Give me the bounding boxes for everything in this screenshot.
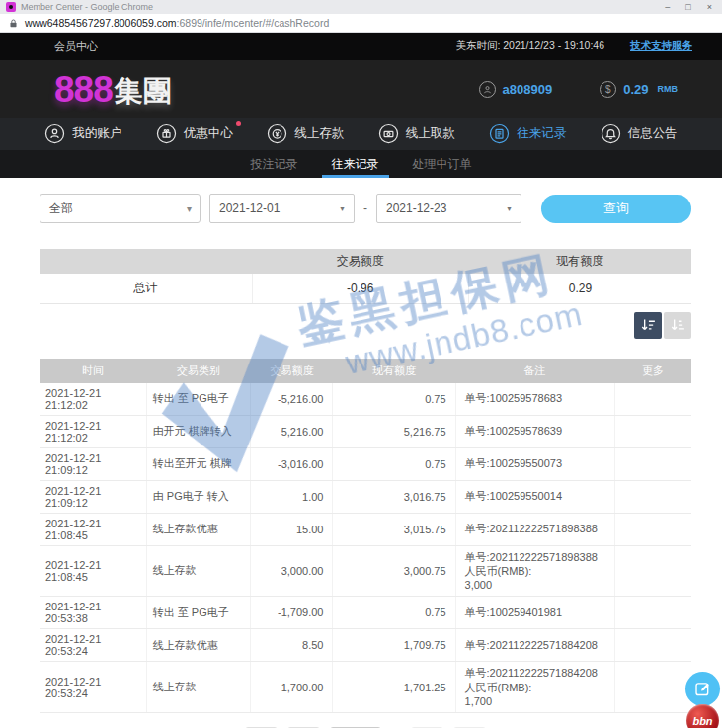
cell-type: 转出 至 PG电子 [146, 383, 251, 416]
nav-item-deposit[interactable]: 线上存款 [267, 123, 344, 144]
cell-balance: 0.75 [333, 597, 455, 629]
subnav-bet-records[interactable]: 投注记录 [251, 150, 298, 178]
page-title: 会员中心 [54, 40, 455, 54]
cell-time: 2021-12-21 20:53:38 [40, 597, 146, 629]
balance-currency: RMB [658, 84, 679, 94]
record-row: 2021-12-21 20:53:24线上存款优惠8.501,709.75单号:… [40, 629, 691, 662]
summary-table: 交易额度 现有额度 总计 -0.96 0.29 [40, 249, 691, 304]
record-row: 2021-12-21 21:12:02由开元 棋牌转入5,216.005,216… [40, 415, 691, 447]
member-topbar: 会员中心 美东时间: 2021/12/23 - 19:10:46 技术支持服务 [0, 33, 722, 60]
summary-header-empty [40, 249, 252, 274]
customer-service-button[interactable] [685, 672, 720, 706]
records-icon [489, 123, 510, 144]
cell-more [614, 513, 691, 545]
type-select[interactable]: 全部 ▾ [40, 194, 201, 223]
summary-header-transaction: 交易额度 [252, 249, 468, 274]
cell-amount: 1,700.00 [251, 662, 333, 713]
support-link[interactable]: 技术支持服务 [630, 40, 692, 53]
type-select-value: 全部 [49, 201, 73, 217]
main-nav: 我的账户 优惠中心 线上存款 线上取款 往来记录 信息公告 [0, 118, 722, 150]
nav-label: 往来记录 [517, 125, 566, 142]
date-to-value: 2021-12-23 [386, 202, 446, 215]
record-row: 2021-12-21 21:08:45线上存款3,000.003,000.75单… [40, 545, 691, 597]
cell-type: 线上存款优惠 [146, 629, 251, 662]
nav-item-my-account[interactable]: 我的账户 [44, 123, 121, 144]
balance-amount: 0.29 [623, 82, 648, 97]
cell-more [614, 447, 691, 480]
cell-amount: 8.50 [251, 629, 333, 662]
account-icon [44, 123, 65, 144]
notification-badge [236, 121, 241, 126]
subnav-pending-orders[interactable]: 处理中订单 [413, 150, 472, 178]
account-username[interactable]: a808909 [479, 81, 553, 98]
sort-ascending-button[interactable] [664, 312, 691, 339]
cell-more [614, 597, 691, 629]
header-more: 更多 [614, 359, 691, 383]
cell-type: 由开元 棋牌转入 [146, 415, 251, 447]
window-title: Member Center - Google Chrome [21, 2, 665, 12]
subnav-cash-records[interactable]: 往来记录 [332, 150, 379, 178]
cell-remark: 单号:100259578683 [455, 383, 614, 416]
cell-time: 2021-12-21 21:09:12 [40, 447, 146, 480]
cell-balance: 0.75 [333, 447, 455, 480]
cell-balance: 0.75 [333, 383, 455, 416]
cell-time: 2021-12-21 21:12:02 [40, 415, 146, 447]
site-favicon [6, 2, 16, 12]
cell-remark: 单号:100259578639 [455, 415, 614, 447]
cell-time: 2021-12-21 20:53:24 [40, 629, 146, 662]
minimize-icon[interactable]: – [665, 0, 670, 14]
close-icon[interactable]: × [707, 0, 712, 14]
deposit-icon [267, 123, 287, 144]
cell-type: 由 PG电子 转入 [146, 480, 251, 513]
filter-bar: 全部 ▾ 2021-12-01 ▼ - 2021-12-23 ▼ 查询 [40, 194, 691, 223]
record-row: 2021-12-21 21:08:45线上存款优惠15.003,015.75单号… [40, 513, 691, 545]
nav-label: 线上存款 [294, 125, 344, 142]
cell-balance: 5,216.75 [333, 415, 455, 447]
search-button[interactable]: 查询 [541, 195, 691, 223]
date-from-select[interactable]: 2021-12-01 ▼ [209, 194, 355, 223]
sort-controls [40, 312, 691, 339]
brand-logo[interactable]: 888 集團 [54, 71, 479, 108]
record-row: 2021-12-21 20:53:38转出 至 PG电子-1,709.000.7… [40, 597, 691, 629]
nav-item-cash-record[interactable]: 往来记录 [489, 123, 566, 144]
cell-more [614, 629, 691, 662]
cell-balance: 1,701.25 [333, 662, 455, 713]
account-balance[interactable]: $ 0.29 RMB [600, 81, 678, 98]
cell-time: 2021-12-21 21:08:45 [40, 545, 146, 597]
sort-ascending-icon [670, 317, 686, 334]
browser-urlbar[interactable]: www64854567297.8006059.com:6899/infe/mce… [0, 14, 722, 33]
summary-transaction-total: -0.96 [252, 274, 468, 303]
record-row: 2021-12-21 21:09:12转出至开元 棋牌-3,016.000.75… [40, 447, 691, 480]
site-header: 888 集團 a808909 $ 0.29 RMB [0, 60, 722, 118]
record-row: 2021-12-21 20:53:24线上存款1,700.001,701.25单… [40, 662, 691, 713]
edit-note-icon [693, 680, 712, 698]
nav-item-announcements[interactable]: 信息公告 [601, 123, 678, 144]
cell-time: 2021-12-21 21:12:02 [40, 383, 146, 416]
nav-item-withdraw[interactable]: 线上取款 [378, 123, 455, 144]
header-remark: 备注 [455, 359, 614, 383]
cell-more [614, 415, 691, 447]
date-to-select[interactable]: 2021-12-23 ▼ [376, 194, 521, 223]
cell-balance: 3,016.75 [333, 480, 455, 513]
cell-amount: -3,016.00 [251, 447, 333, 480]
cell-time: 2021-12-21 21:08:45 [40, 513, 146, 545]
cell-balance: 1,709.75 [333, 629, 455, 662]
nav-label: 优惠中心 [184, 125, 233, 142]
url-text[interactable]: www64854567297.8006059.com:6899/infe/mce… [25, 17, 329, 29]
cell-remark: 单号:100259550073 [455, 447, 614, 480]
cell-more [614, 480, 691, 513]
url-domain: www64854567297.8006059.com [25, 17, 177, 29]
cell-type: 线上存款 [146, 545, 251, 597]
cell-remark: 单号:202112222571884208 [455, 629, 614, 662]
url-path: :6899/infe/mcenter/#/cashRecord [177, 17, 330, 29]
nav-label: 线上取款 [406, 125, 455, 142]
header-time: 时间 [40, 359, 146, 383]
content-area: 全部 ▾ 2021-12-01 ▼ - 2021-12-23 ▼ 查询 交易额度… [0, 178, 722, 728]
nav-item-promotions[interactable]: 优惠中心 [156, 123, 233, 144]
sort-descending-button[interactable] [634, 312, 662, 339]
records-table: 时间 交易类别 交易额度 现有额度 备注 更多 2021-12-21 21:12… [40, 359, 691, 714]
record-row: 2021-12-21 21:12:02转出 至 PG电子-5,216.000.7… [40, 383, 691, 416]
sub-nav: 投注记录 往来记录 处理中订单 [0, 150, 722, 178]
cell-type: 线上存款优惠 [146, 513, 251, 545]
maximize-icon[interactable]: □ [685, 0, 690, 14]
